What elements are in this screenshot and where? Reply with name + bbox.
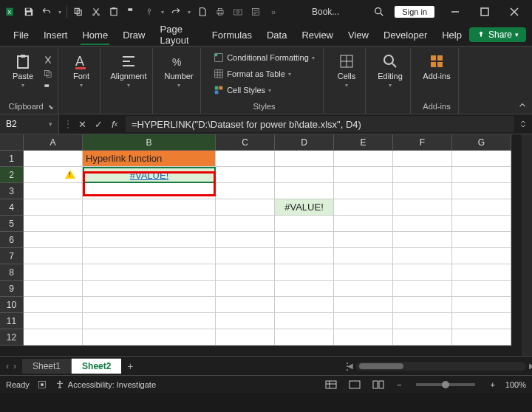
print-icon[interactable] xyxy=(212,4,228,20)
camera-icon[interactable] xyxy=(230,4,246,20)
page-layout-view-icon[interactable] xyxy=(347,379,363,391)
tab-view[interactable]: View xyxy=(341,27,376,44)
row-header-1[interactable]: 1 xyxy=(0,151,24,167)
page-break-view-icon[interactable] xyxy=(370,379,386,391)
sheet-tab-sheet1[interactable]: Sheet1 xyxy=(22,359,72,374)
alignment-button[interactable]: Alignment ▾ xyxy=(108,49,149,98)
dialog-launcher-icon[interactable]: ⬊ xyxy=(48,103,54,111)
copy-button[interactable] xyxy=(41,68,55,80)
chevron-down-icon[interactable]: ▾ xyxy=(159,4,166,20)
zoom-level[interactable]: 100% xyxy=(505,380,526,389)
zoom-slider[interactable] xyxy=(416,383,475,386)
tab-draw[interactable]: Draw xyxy=(115,27,152,44)
sheet-tab-sheet2[interactable]: Sheet2 xyxy=(72,358,121,374)
touch-mode-icon[interactable] xyxy=(141,4,157,20)
tab-data[interactable]: Data xyxy=(259,27,294,44)
cut-button[interactable] xyxy=(41,54,55,66)
cell-b1[interactable]: Hyperlink function xyxy=(83,151,216,167)
row-header-3[interactable]: 3 xyxy=(0,183,24,199)
tab-help[interactable]: Help xyxy=(434,27,469,44)
tab-insert[interactable]: Insert xyxy=(36,27,75,44)
paste-button[interactable]: Paste ▾ xyxy=(7,49,38,98)
row-header-5[interactable]: 5 xyxy=(0,216,24,232)
add-sheet-button[interactable]: + xyxy=(121,360,139,372)
copy-icon[interactable] xyxy=(70,4,86,20)
accept-formula-button[interactable]: ✓ xyxy=(92,117,105,131)
zoom-out-button[interactable]: − xyxy=(394,380,404,389)
paste-icon[interactable] xyxy=(106,4,122,20)
redo-icon[interactable] xyxy=(168,4,184,20)
scroll-thumb[interactable] xyxy=(359,363,403,369)
conditional-formatting-button[interactable]: Conditional Formatting ▾ xyxy=(212,52,316,63)
collapse-ribbon-icon[interactable] xyxy=(517,100,528,111)
cells-area[interactable]: Hyperlink function #VALUE! #VALUE! xyxy=(24,151,511,346)
search-icon[interactable] xyxy=(369,2,389,21)
new-file-icon[interactable] xyxy=(194,4,211,20)
row-header-10[interactable]: 10 xyxy=(0,297,24,313)
row-header-8[interactable]: 8 xyxy=(0,264,24,281)
tab-page-layout[interactable]: Page Layout xyxy=(153,21,205,49)
error-indicator-icon[interactable] xyxy=(65,170,75,179)
sheet-nav-next-icon[interactable]: › xyxy=(13,361,16,371)
row-header-9[interactable]: 9 xyxy=(0,281,24,297)
chevron-down-icon[interactable]: ▾ xyxy=(56,4,64,20)
format-as-table-button[interactable]: Format as Table ▾ xyxy=(212,68,316,80)
zoom-slider-thumb[interactable] xyxy=(442,381,449,388)
minimize-button[interactable] xyxy=(440,0,470,24)
format-painter-button[interactable] xyxy=(41,82,55,94)
number-button[interactable]: % Number ▾ xyxy=(160,49,197,98)
cancel-formula-button[interactable]: ✕ xyxy=(75,117,89,131)
col-header-c[interactable]: C xyxy=(216,134,275,151)
accessibility-button[interactable]: Accessibility: Investigate xyxy=(55,380,156,390)
normal-view-icon[interactable] xyxy=(323,379,339,391)
cells-button[interactable]: Cells ▾ xyxy=(331,49,362,98)
row-header-7[interactable]: 7 xyxy=(0,248,24,264)
vertical-scrollbar[interactable] xyxy=(522,134,532,356)
row-header-4[interactable]: 4 xyxy=(0,199,24,216)
zoom-in-button[interactable]: + xyxy=(487,380,497,389)
select-all-button[interactable] xyxy=(0,134,24,151)
expand-formula-bar-icon[interactable] xyxy=(519,120,532,128)
col-header-e[interactable]: E xyxy=(334,134,393,151)
horizontal-scrollbar[interactable]: ◀ ▶ xyxy=(356,362,526,371)
scroll-left-icon[interactable]: ◀ xyxy=(347,362,353,371)
tab-home[interactable]: Home xyxy=(75,27,115,44)
excel-icon[interactable]: X xyxy=(3,4,19,20)
undo-icon[interactable] xyxy=(38,4,55,20)
col-header-f[interactable]: F xyxy=(393,134,452,151)
tab-developer[interactable]: Developer xyxy=(376,27,434,44)
formula-input[interactable]: =HYPERLINK("D:\Dataset for power bi\date… xyxy=(126,116,514,132)
row-header-11[interactable]: 11 xyxy=(0,313,24,329)
tab-review[interactable]: Review xyxy=(294,27,341,44)
editing-button[interactable]: Editing ▾ xyxy=(373,49,407,98)
insert-function-button[interactable]: fx xyxy=(108,117,121,131)
close-button[interactable] xyxy=(499,0,529,24)
name-box[interactable]: B2 ▾ xyxy=(0,114,59,134)
cut-icon[interactable] xyxy=(88,4,104,20)
sign-in-button[interactable]: Sign in xyxy=(395,6,434,18)
sheet-nav-prev-icon[interactable]: ‹ xyxy=(6,361,9,371)
col-header-b[interactable]: B xyxy=(83,134,216,151)
share-button[interactable]: Share ▾ xyxy=(469,27,526,42)
overflow-icon[interactable]: » xyxy=(265,4,282,20)
form-icon[interactable] xyxy=(248,4,264,20)
scroll-right-icon[interactable]: ▶ xyxy=(529,362,532,371)
font-button[interactable]: A Font ▾ xyxy=(66,49,97,98)
macro-record-icon[interactable] xyxy=(37,380,47,390)
maximize-button[interactable] xyxy=(470,0,499,24)
cell-b2[interactable]: #VALUE! xyxy=(83,167,216,183)
addins-button[interactable]: Add-ins xyxy=(418,49,455,98)
cell-styles-button[interactable]: Cell Styles ▾ xyxy=(212,84,316,96)
tab-formulas[interactable]: Formulas xyxy=(205,27,259,44)
row-header-12[interactable]: 12 xyxy=(0,329,24,346)
cell-e4[interactable]: #VALUE! xyxy=(275,199,334,216)
row-header-6[interactable]: 6 xyxy=(0,232,24,248)
tab-file[interactable]: File xyxy=(6,27,36,44)
row-header-2[interactable]: 2 xyxy=(0,167,24,183)
save-icon[interactable] xyxy=(21,4,37,20)
col-header-d[interactable]: D xyxy=(275,134,334,151)
chevron-down-icon[interactable]: ▾ xyxy=(185,4,193,20)
col-header-a[interactable]: A xyxy=(24,134,83,151)
col-header-g[interactable]: G xyxy=(452,134,511,151)
format-painter-icon[interactable] xyxy=(123,4,140,20)
